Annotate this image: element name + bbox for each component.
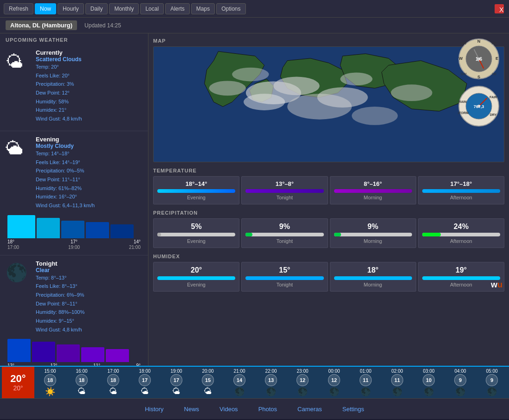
monthly-button[interactable]: Monthly <box>109 3 139 14</box>
hourly-icon: 🌤 <box>141 387 149 396</box>
updated-text: Updated 14:25 <box>84 22 121 29</box>
chart-time: 21:00 <box>129 245 141 250</box>
hourly-time: 21:00 <box>233 369 245 374</box>
hourly-time: 22:00 <box>265 369 277 374</box>
hourly-badge: 12 <box>328 374 340 386</box>
temperature-title: TEMPERATURE <box>153 168 504 173</box>
precip-morning-cell: 9% Morning <box>330 218 416 248</box>
alerts-button[interactable]: Alerts <box>165 3 190 14</box>
evening-title: Evening <box>36 136 95 143</box>
now-button[interactable]: Now <box>35 3 56 14</box>
temp-tonight-period: Tonight <box>245 195 323 200</box>
hourly-badge: 11 <box>360 374 372 386</box>
options-button[interactable]: Options <box>216 3 245 14</box>
svg-point-8 <box>244 94 285 110</box>
evening-condition: Mostly Cloudy <box>36 143 95 149</box>
temp-tonight-range: 13°–8° <box>245 180 323 187</box>
chart-time: 17:00 <box>7 245 19 250</box>
location-tag[interactable]: Altona, DL (Hamburg) <box>6 20 77 30</box>
svg-text:STORM: STORM <box>458 111 469 115</box>
tab-history[interactable]: History <box>139 402 169 416</box>
svg-point-7 <box>273 76 319 95</box>
svg-text:N: N <box>477 39 481 44</box>
precip-tonight-period: Tonight <box>245 238 323 244</box>
currently-condition: Scattered Clouds <box>36 56 82 63</box>
svg-text:SE: SE <box>492 72 497 76</box>
temp-tonight-cell: 13°–8° Tonight <box>241 176 328 204</box>
chart-bar <box>32 342 55 362</box>
close-button[interactable]: X <box>495 4 504 13</box>
tonight-icon: 🌑 <box>6 260 31 286</box>
hourly-badge: 15 <box>202 374 214 386</box>
hourly-badge: 13 <box>265 374 277 386</box>
tonight-condition: Clear <box>36 267 84 274</box>
hourly-time: 23:00 <box>296 369 308 374</box>
precip-evening-pct: 5% <box>157 223 235 231</box>
upcoming-weather-title: UPCOMING WEATHER <box>0 33 148 45</box>
temp-afternoon-period: Afternoon <box>422 195 500 200</box>
temp-afternoon-cell: 17°–18° Afternoon <box>418 176 504 204</box>
hourly-item: 20:00 15 🌤 <box>192 368 224 397</box>
current-temp-sub: 20° <box>13 384 23 392</box>
chart-bar <box>110 224 134 238</box>
wu-logo-u: u <box>497 280 503 290</box>
temp-morning-range: 8°–16° <box>334 180 412 187</box>
humidex-afternoon-period: Afternoon <box>422 282 500 287</box>
hourly-item: 18:00 17 🌤 <box>129 368 161 397</box>
svg-point-15 <box>209 81 246 95</box>
top-nav: Refresh Now Hourly Daily Monthly Local A… <box>0 0 509 18</box>
local-button[interactable]: Local <box>140 3 164 14</box>
maps-button[interactable]: Maps <box>191 3 215 14</box>
svg-point-10 <box>317 87 368 108</box>
tab-news[interactable]: News <box>179 402 205 416</box>
hourly-button[interactable]: Hourly <box>58 3 84 14</box>
wu-logo-w: w <box>491 280 497 290</box>
daily-button[interactable]: Daily <box>85 3 108 14</box>
hourly-time: 00:00 <box>328 369 340 374</box>
hourly-item: 21:00 14 🌑 <box>224 368 255 398</box>
chart-temp: 18° <box>7 239 14 244</box>
compass-widget: N NE E SE S SW W NW 1,6 <box>458 38 500 80</box>
precipitation-grid: 5% Evening 9% Tonight 9% <box>153 218 504 248</box>
humidex-evening-period: Evening <box>157 282 235 287</box>
hourly-icon: 🌑 <box>329 387 339 397</box>
map-container[interactable] <box>153 46 504 162</box>
hourly-time: 02:00 <box>391 369 403 374</box>
temp-evening-bar <box>157 189 235 193</box>
hourly-icon: 🌑 <box>361 387 371 397</box>
humidex-tonight-period: Tonight <box>245 282 323 287</box>
humidex-evening-cell: 20° Evening <box>153 262 239 292</box>
currently-details: Temp: 20° Feels Like: 20° Precipitation:… <box>36 63 82 123</box>
precip-tonight-cell: 9% Tonight <box>241 218 328 248</box>
hourly-time: 19:00 <box>170 369 182 374</box>
hourly-time: 04:00 <box>454 369 466 374</box>
right-panel: MAP <box>148 33 509 366</box>
hourly-item: 05:00 9 🌑 <box>476 368 507 398</box>
hourly-icon: 🌑 <box>455 387 465 397</box>
tab-cameras[interactable]: Cameras <box>292 402 328 416</box>
svg-text:S: S <box>477 75 480 79</box>
svg-text:DRY: DRY <box>490 113 497 116</box>
hourly-time: 15:00 <box>44 369 56 374</box>
precip-evening-fill <box>157 233 161 236</box>
temp-afternoon-bar <box>422 189 500 193</box>
widgets-column: N NE E SE S SW W NW 1,6 RAI <box>458 38 504 127</box>
tab-videos[interactable]: Videos <box>214 402 244 416</box>
tonight-details: Temp: 8°–13° Feels Like: 8°–13° Precipit… <box>36 274 84 334</box>
current-temp-main: 20° <box>10 373 26 384</box>
chart-bar <box>61 221 84 238</box>
chart-bar <box>37 218 60 238</box>
svg-text:NW: NW <box>460 41 467 45</box>
tab-settings[interactable]: Settings <box>337 402 370 416</box>
hourly-icon: 🌑 <box>487 387 497 397</box>
hourly-item: 01:00 11 🌑 <box>350 368 381 398</box>
refresh-button[interactable]: Refresh <box>4 3 33 14</box>
chart-bar <box>7 339 31 362</box>
hourly-icon: 🌤 <box>172 387 180 396</box>
hourly-icon: 🌑 <box>234 387 245 397</box>
tab-photos[interactable]: Photos <box>253 402 283 416</box>
hourly-item: 04:00 9 🌑 <box>445 368 476 398</box>
hourly-time: 20:00 <box>202 369 213 374</box>
temp-evening-range: 18°–14° <box>157 180 235 187</box>
chart-bar <box>7 215 35 238</box>
